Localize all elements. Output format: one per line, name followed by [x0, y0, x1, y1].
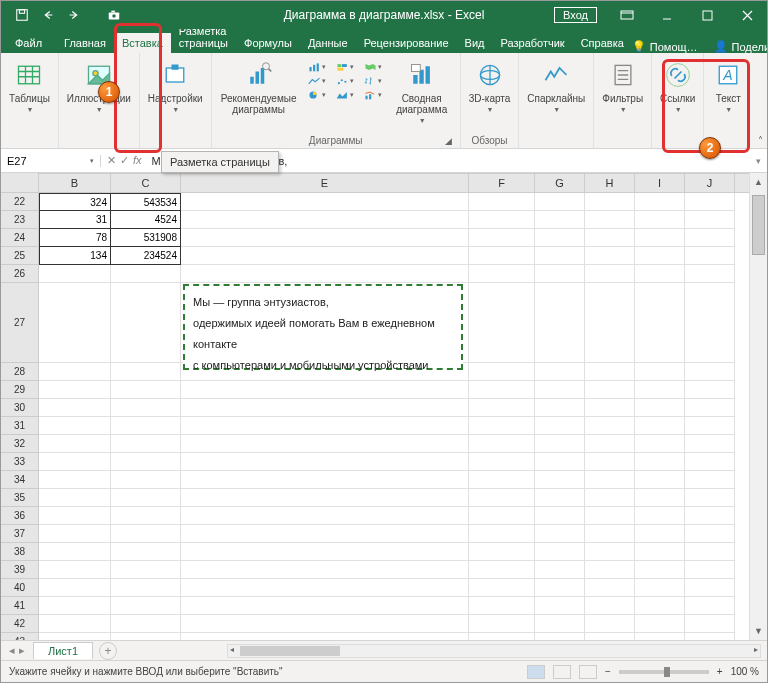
cell[interactable]: [39, 615, 111, 633]
cell[interactable]: [635, 615, 685, 633]
cell[interactable]: [39, 507, 111, 525]
cell[interactable]: [39, 489, 111, 507]
line-chart-icon[interactable]: ▾: [308, 75, 326, 87]
cell[interactable]: [635, 561, 685, 579]
pie-chart-icon[interactable]: ▾: [308, 89, 326, 101]
cell[interactable]: [181, 211, 469, 229]
cell[interactable]: [635, 363, 685, 381]
cell[interactable]: [111, 453, 181, 471]
cell[interactable]: [685, 615, 735, 633]
cell[interactable]: [635, 381, 685, 399]
cell[interactable]: [39, 265, 111, 283]
expand-formula-icon[interactable]: ▾: [749, 156, 767, 166]
cell[interactable]: [685, 525, 735, 543]
column-header[interactable]: I: [635, 174, 685, 192]
tab-formulas[interactable]: Формулы: [236, 33, 300, 53]
cell[interactable]: [535, 525, 585, 543]
cell[interactable]: [181, 471, 469, 489]
combo-chart-icon[interactable]: ▾: [364, 89, 382, 101]
cell[interactable]: [469, 283, 535, 363]
cell[interactable]: [181, 453, 469, 471]
cell[interactable]: [181, 417, 469, 435]
cell[interactable]: [535, 229, 585, 247]
cell[interactable]: [535, 211, 585, 229]
normal-view-icon[interactable]: [527, 665, 545, 679]
stock-chart-icon[interactable]: ▾: [364, 75, 382, 87]
cell[interactable]: [685, 471, 735, 489]
horizontal-scrollbar[interactable]: ◂ ▸: [227, 644, 761, 658]
tab-file[interactable]: Файл: [1, 33, 56, 53]
cell[interactable]: [685, 363, 735, 381]
cell[interactable]: [685, 399, 735, 417]
redo-icon[interactable]: [67, 8, 81, 22]
cell[interactable]: [469, 489, 535, 507]
cell[interactable]: [585, 561, 635, 579]
cell[interactable]: [111, 615, 181, 633]
scroll-up-icon[interactable]: ▲: [750, 173, 767, 191]
recommended-charts-button[interactable]: Рекомендуемые диаграммы: [218, 57, 300, 126]
tab-insert[interactable]: Вставка: [114, 33, 171, 53]
sparklines-button[interactable]: Спарклайны ▼: [525, 57, 587, 115]
cell[interactable]: [39, 633, 111, 640]
cell[interactable]: [111, 633, 181, 640]
row-header[interactable]: 27: [1, 283, 38, 363]
cell[interactable]: [585, 471, 635, 489]
cell[interactable]: [181, 399, 469, 417]
scatter-chart-icon[interactable]: ▾: [336, 75, 354, 87]
save-icon[interactable]: [15, 8, 29, 22]
signin-button[interactable]: Вход: [554, 7, 597, 23]
cell[interactable]: [685, 193, 735, 211]
cell[interactable]: [469, 363, 535, 381]
cell[interactable]: [469, 561, 535, 579]
enter-icon[interactable]: ✓: [120, 154, 129, 167]
cell[interactable]: [585, 543, 635, 561]
cell[interactable]: [39, 597, 111, 615]
cell[interactable]: [635, 525, 685, 543]
row-header[interactable]: 28: [1, 363, 38, 381]
cell[interactable]: [685, 229, 735, 247]
cell[interactable]: [181, 507, 469, 525]
cell[interactable]: [181, 381, 469, 399]
tab-help[interactable]: Справка: [573, 33, 632, 53]
row-header[interactable]: 26: [1, 265, 38, 283]
row-header[interactable]: 31: [1, 417, 38, 435]
row-header[interactable]: 30: [1, 399, 38, 417]
cell[interactable]: [111, 363, 181, 381]
cell[interactable]: [469, 597, 535, 615]
cell[interactable]: [111, 525, 181, 543]
cell[interactable]: [181, 543, 469, 561]
zoom-out-icon[interactable]: −: [605, 666, 611, 677]
cell[interactable]: [469, 399, 535, 417]
cell[interactable]: [685, 579, 735, 597]
cell[interactable]: [111, 399, 181, 417]
cell[interactable]: [181, 579, 469, 597]
cell[interactable]: [535, 471, 585, 489]
cell[interactable]: [469, 265, 535, 283]
cell[interactable]: [111, 471, 181, 489]
hscroll-thumb[interactable]: [240, 646, 340, 656]
zoom-level[interactable]: 100 %: [731, 666, 759, 677]
cell[interactable]: [685, 265, 735, 283]
cell[interactable]: [181, 525, 469, 543]
cell[interactable]: [469, 579, 535, 597]
cell[interactable]: [635, 283, 685, 363]
cell[interactable]: [635, 229, 685, 247]
filters-button[interactable]: Фильтры ▼: [600, 57, 645, 115]
fx-icon[interactable]: fx: [133, 154, 142, 167]
cell[interactable]: [585, 615, 635, 633]
cell[interactable]: [469, 211, 535, 229]
cell[interactable]: [535, 435, 585, 453]
cell[interactable]: [685, 597, 735, 615]
cell[interactable]: [469, 193, 535, 211]
cell[interactable]: [181, 247, 469, 265]
row-header[interactable]: 37: [1, 525, 38, 543]
cell[interactable]: [535, 193, 585, 211]
tab-review[interactable]: Рецензирование: [356, 33, 457, 53]
cell[interactable]: [685, 633, 735, 640]
cell[interactable]: [469, 435, 535, 453]
cell[interactable]: [39, 363, 111, 381]
bar-chart-icon[interactable]: ▾: [308, 61, 326, 73]
hierarchy-chart-icon[interactable]: ▾: [336, 61, 354, 73]
cell[interactable]: [685, 543, 735, 561]
column-header[interactable]: E: [181, 174, 469, 192]
